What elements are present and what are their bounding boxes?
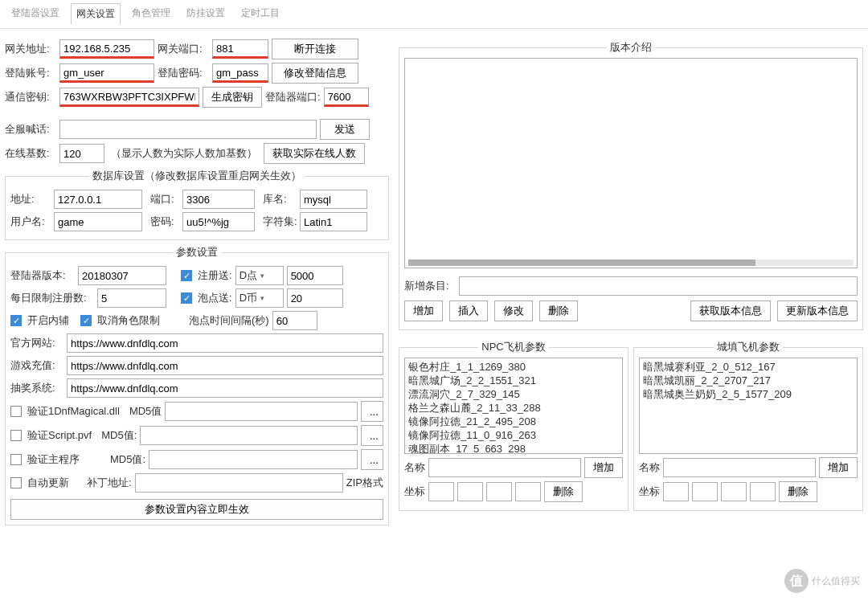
npc-add-button[interactable]: 增加 xyxy=(584,457,623,478)
npc-coord-2-input[interactable] xyxy=(457,482,483,501)
patch-addr-input[interactable] xyxy=(135,473,343,493)
md5-label-3: MD5值: xyxy=(83,452,145,467)
register-give-value-input[interactable] xyxy=(287,266,343,285)
verify-main-checkbox[interactable] xyxy=(10,454,22,465)
npc-listbox[interactable]: 银色村庄_1_1_1269_380暗黑城广场_2_2_1551_321漂流洞穴_… xyxy=(404,358,623,454)
md5-input-3[interactable] xyxy=(149,450,358,469)
list-item[interactable]: 暗黑城广场_2_2_1551_321 xyxy=(408,374,619,387)
daily-reg-limit-input[interactable] xyxy=(97,288,166,308)
md5-label-1: MD5值 xyxy=(123,404,162,419)
db-charset-label: 字符集: xyxy=(258,215,297,229)
browse-button-3[interactable]: ... xyxy=(361,449,383,470)
enable-inner-assist-checkbox[interactable] xyxy=(10,315,22,326)
generate-key-button[interactable]: 生成密钥 xyxy=(203,87,262,108)
city-coord-1-input[interactable] xyxy=(663,482,689,501)
get-version-info-button[interactable]: 获取版本信息 xyxy=(690,300,771,321)
city-coord-2-input[interactable] xyxy=(692,482,718,501)
lottery-input[interactable] xyxy=(67,378,383,398)
verify-dll-label: 验证1DnfMagical.dll xyxy=(27,404,120,419)
send-button[interactable]: 发送 xyxy=(320,119,370,140)
verify-script-label: 验证Script.pvf xyxy=(27,428,92,443)
list-item[interactable]: 暗黑城赛利亚_2_0_512_167 xyxy=(643,360,854,374)
add-button[interactable]: 增加 xyxy=(404,300,443,321)
verify-main-label: 验证主程序 xyxy=(27,452,80,467)
tab-role-manage[interactable]: 角色管理 xyxy=(127,3,175,25)
db-port-input[interactable] xyxy=(182,190,255,209)
auto-update-checkbox[interactable] xyxy=(10,477,22,489)
idle-interval-input[interactable] xyxy=(272,311,317,330)
list-item[interactable]: 镜像阿拉德_11_0_916_263 xyxy=(408,428,619,442)
md5-input-1[interactable] xyxy=(165,402,358,421)
list-item[interactable]: 魂图副本_17_5_663_298 xyxy=(408,442,619,454)
login-password-input[interactable] xyxy=(212,63,268,83)
db-pwd-label: 密码: xyxy=(145,215,179,229)
npc-coord-1-input[interactable] xyxy=(428,482,454,501)
db-user-input[interactable] xyxy=(54,212,142,231)
global-shout-input[interactable] xyxy=(59,120,317,139)
tab-scheduled[interactable]: 定时工目 xyxy=(236,3,285,25)
login-version-input[interactable] xyxy=(78,266,166,285)
npc-coord-label: 坐标 xyxy=(404,484,425,499)
param-settings-group: 参数设置 登陆器版本: 注册送: D点 每日限制注册数: 泡点送: D币 xyxy=(5,245,389,525)
update-version-info-button[interactable]: 更新版本信息 xyxy=(777,300,858,321)
zip-format-label: ZIP格式 xyxy=(346,476,383,490)
city-add-button[interactable]: 增加 xyxy=(819,457,858,478)
register-give-label: 注册送: xyxy=(198,268,232,283)
verify-dll-checkbox[interactable] xyxy=(10,406,22,417)
horizontal-scrollbar[interactable] xyxy=(408,260,854,266)
register-give-type-select[interactable]: D点 xyxy=(235,266,284,285)
npc-name-input[interactable] xyxy=(428,458,581,477)
idle-give-checkbox[interactable] xyxy=(181,292,192,304)
city-coord-3-input[interactable] xyxy=(721,482,747,501)
db-charset-input[interactable] xyxy=(300,212,367,231)
official-site-input[interactable] xyxy=(67,333,383,353)
db-name-input[interactable] xyxy=(300,190,367,209)
browse-button-2[interactable]: ... xyxy=(361,425,383,446)
official-site-label: 官方网站: xyxy=(10,336,63,350)
auto-update-label: 自动更新 xyxy=(27,476,69,490)
apply-params-button[interactable]: 参数设置内容立即生效 xyxy=(10,499,383,520)
list-item[interactable]: 漂流洞穴_2_7_329_145 xyxy=(408,387,619,401)
modify-button[interactable]: 修改 xyxy=(494,300,533,321)
login-version-label: 登陆器版本: xyxy=(10,268,75,283)
list-item[interactable]: 暗黑城凯丽_2_2_2707_217 xyxy=(643,374,854,387)
modify-login-button[interactable]: 修改登陆信息 xyxy=(272,63,358,84)
tab-anticheat-settings[interactable]: 防挂设置 xyxy=(182,3,230,25)
disconnect-button[interactable]: 断开连接 xyxy=(272,39,358,59)
city-coord-4-input[interactable] xyxy=(750,482,776,501)
list-item[interactable]: 镜像阿拉德_21_2_495_208 xyxy=(408,415,619,428)
npc-coord-4-input[interactable] xyxy=(515,482,541,501)
idle-give-type-select[interactable]: D币 xyxy=(235,288,284,308)
idle-give-value-input[interactable] xyxy=(287,288,343,308)
new-item-input[interactable] xyxy=(459,276,858,296)
login-account-input[interactable] xyxy=(59,63,154,83)
city-delete-button[interactable]: 删除 xyxy=(779,481,817,502)
db-pwd-input[interactable] xyxy=(182,212,255,231)
comm-key-input[interactable] xyxy=(59,88,199,107)
db-address-input[interactable] xyxy=(54,190,142,209)
verify-script-checkbox[interactable] xyxy=(10,430,22,441)
tab-gateway-settings[interactable]: 网关设置 xyxy=(71,3,121,25)
city-plane-legend: 城填飞机参数 xyxy=(714,340,783,354)
md5-input-2[interactable] xyxy=(140,426,358,445)
register-give-checkbox[interactable] xyxy=(181,270,192,281)
npc-delete-button[interactable]: 删除 xyxy=(544,481,583,502)
list-item[interactable]: 格兰之森山麓_2_11_33_288 xyxy=(408,401,619,415)
delete-button[interactable]: 删除 xyxy=(539,300,578,321)
list-item[interactable]: 银色村庄_1_1_1269_380 xyxy=(408,360,619,374)
gateway-port-input[interactable] xyxy=(212,39,268,59)
city-listbox[interactable]: 暗黑城赛利亚_2_0_512_167暗黑城凯丽_2_2_2707_217暗黑城奥… xyxy=(639,358,858,454)
city-name-input[interactable] xyxy=(663,458,816,477)
gateway-address-input[interactable] xyxy=(59,39,154,59)
version-intro-textarea[interactable] xyxy=(404,58,858,268)
cancel-role-limit-checkbox[interactable] xyxy=(80,315,92,326)
insert-button[interactable]: 插入 xyxy=(449,300,488,321)
login-port-input[interactable] xyxy=(324,88,369,107)
recharge-input[interactable] xyxy=(67,356,383,375)
tab-login-settings[interactable]: 登陆器设置 xyxy=(6,3,64,25)
get-online-count-button[interactable]: 获取实际在线人数 xyxy=(264,143,365,164)
npc-coord-3-input[interactable] xyxy=(486,482,512,501)
online-base-input[interactable] xyxy=(59,144,104,163)
list-item[interactable]: 暗黑城奥兰奶奶_2_5_1577_209 xyxy=(643,387,854,401)
browse-button-1[interactable]: ... xyxy=(361,401,383,422)
